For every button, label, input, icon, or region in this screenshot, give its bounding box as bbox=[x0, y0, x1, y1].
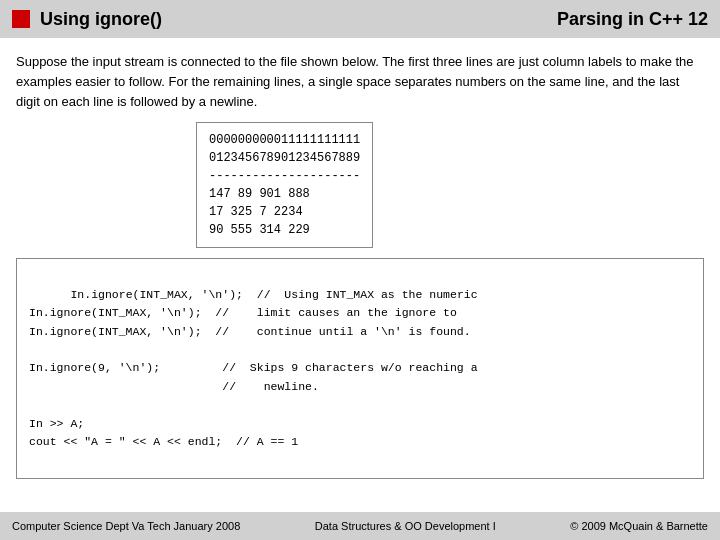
data-table-box: 000000000011111111111 012345678901234567… bbox=[196, 122, 373, 248]
footer-left: Computer Science Dept Va Tech January 20… bbox=[12, 520, 240, 532]
code-block: In.ignore(INT_MAX, '\n'); // Using INT_M… bbox=[16, 258, 704, 478]
header: Using ignore() Parsing in C++ 12 bbox=[0, 0, 720, 38]
data-line-6: 90 555 314 229 bbox=[209, 221, 360, 239]
data-line-2: 012345678901234567889 bbox=[209, 149, 360, 167]
data-line-4: 147 89 901 888 bbox=[209, 185, 360, 203]
header-accent bbox=[12, 10, 30, 28]
data-line-3: --------------------- bbox=[209, 167, 360, 185]
main-content: Suppose the input stream is connected to… bbox=[0, 38, 720, 512]
page-subtitle: Parsing in C++ 12 bbox=[557, 9, 708, 30]
footer: Computer Science Dept Va Tech January 20… bbox=[0, 512, 720, 540]
data-line-5: 17 325 7 2234 bbox=[209, 203, 360, 221]
footer-center: Data Structures & OO Development I bbox=[315, 520, 496, 532]
page: Using ignore() Parsing in C++ 12 Suppose… bbox=[0, 0, 720, 540]
footer-right: © 2009 McQuain & Barnette bbox=[570, 520, 708, 532]
code-content: In.ignore(INT_MAX, '\n'); // Using INT_M… bbox=[29, 288, 478, 448]
intro-paragraph: Suppose the input stream is connected to… bbox=[16, 52, 704, 112]
page-title: Using ignore() bbox=[40, 9, 547, 30]
data-line-1: 000000000011111111111 bbox=[209, 131, 360, 149]
